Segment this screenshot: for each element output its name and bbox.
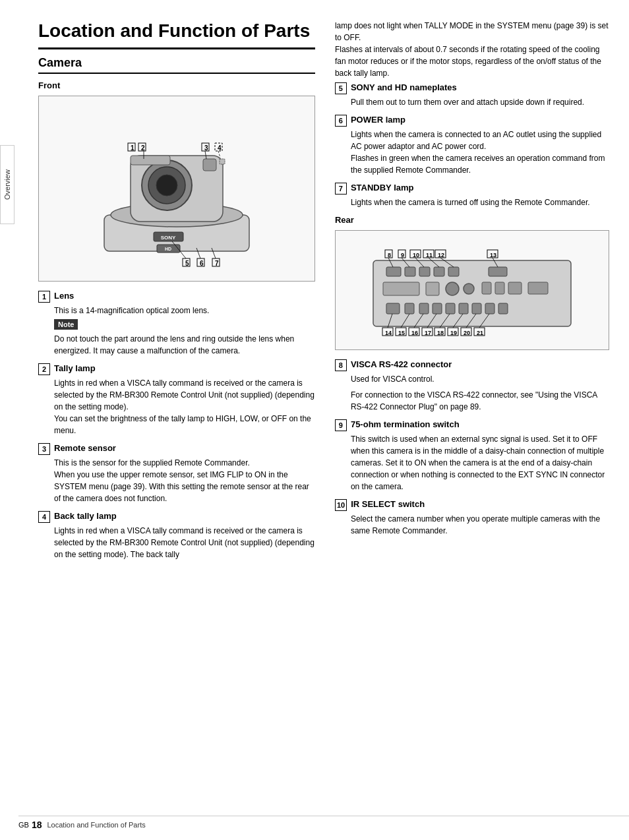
part-8-number: 8	[335, 359, 347, 371]
sidebar-label: Overview	[3, 169, 11, 200]
part-6-entry: 6 POWER lamp Lights when the camera is c…	[335, 115, 609, 176]
svg-rect-36	[419, 267, 430, 276]
camera-section: Camera Front	[38, 56, 315, 560]
part-2-number: 2	[38, 363, 50, 375]
svg-rect-6	[131, 156, 170, 165]
part-3-header: 3 Remote sensor	[38, 443, 315, 455]
part-4-continued: lamp does not light when TALLY MODE in t…	[335, 20, 609, 79]
part-9-name: 75-ohm termination switch	[351, 419, 460, 429]
part-8-desc2: For connection to the VISCA RS-422 conne…	[351, 389, 609, 413]
svg-rect-44	[482, 282, 491, 294]
svg-rect-50	[419, 303, 429, 314]
part-5-number: 5	[335, 82, 347, 94]
svg-point-43	[464, 284, 474, 294]
part-4-name: Back tally lamp	[54, 511, 117, 521]
footer: GB 18 Location and Function of Parts	[18, 816, 629, 830]
rear-section: Rear	[335, 215, 609, 537]
svg-rect-34	[386, 267, 401, 276]
part-1-number: 1	[38, 291, 50, 303]
part-5-entry: 5 SONY and HD nameplates Pull them out t…	[335, 82, 609, 108]
svg-text:5: 5	[185, 260, 189, 267]
part-7-name: STANDBY lamp	[351, 183, 414, 193]
svg-line-23	[218, 151, 220, 158]
footer-page-number: 18	[32, 820, 42, 830]
svg-text:SONY: SONY	[161, 235, 176, 241]
part-1-name: Lens	[54, 291, 74, 301]
svg-rect-45	[495, 282, 504, 294]
svg-rect-41	[426, 282, 439, 295]
svg-point-42	[446, 282, 459, 295]
camera-front-svg: SONY HD 1 2 3 4	[65, 103, 289, 274]
part-2-entry: 2 Tally lamp Lights in red when a VISCA …	[38, 363, 315, 436]
rear-label: Rear	[335, 215, 609, 225]
part-8-desc: Used for VISCA control.	[351, 373, 609, 385]
part-7-header: 7 STANDBY lamp	[335, 183, 609, 195]
note-text: Do not touch the part around the lens an…	[54, 333, 315, 357]
footer-title: Location and Function of Parts	[47, 821, 145, 829]
svg-rect-38	[448, 267, 459, 276]
front-label: Front	[38, 80, 315, 90]
svg-rect-51	[433, 303, 442, 314]
part-5-name: SONY and HD nameplates	[351, 82, 457, 92]
part-4-entry: 4 Back tally lamp Lights in red when a V…	[38, 511, 315, 560]
svg-rect-49	[405, 303, 414, 314]
part-9-number: 9	[335, 419, 347, 431]
part-6-number: 6	[335, 115, 347, 127]
part-6-name: POWER lamp	[351, 115, 405, 125]
svg-rect-35	[405, 267, 415, 276]
svg-text:3: 3	[204, 144, 208, 152]
part-8-entry: 8 VISCA RS-422 connector Used for VISCA …	[335, 359, 609, 413]
svg-rect-56	[498, 303, 508, 314]
part-4-header: 4 Back tally lamp	[38, 511, 315, 523]
sidebar-overview-tab: Overview	[0, 145, 15, 224]
svg-text:6: 6	[200, 260, 204, 267]
part-7-number: 7	[335, 183, 347, 195]
part-3-name: Remote sensor	[54, 443, 116, 453]
part-1-entry: 1 Lens This is a 14-magnification optica…	[38, 291, 315, 357]
part-6-header: 6 POWER lamp	[335, 115, 609, 127]
part-2-desc: Lights in red when a VISCA tally command…	[54, 377, 315, 436]
note-label: Note	[54, 319, 78, 330]
svg-text:HD: HD	[165, 247, 171, 251]
part-10-number: 10	[335, 499, 347, 511]
part-2-header: 2 Tally lamp	[38, 363, 315, 375]
part-7-desc: Lights when the camera is turned off usi…	[351, 196, 609, 208]
part-10-entry: 10 IR SELECT switch Select the camera nu…	[335, 499, 609, 537]
camera-rear-diagram: 8 9 10 11 12 13	[335, 230, 609, 350]
part-8-name: VISCA RS-422 connector	[351, 359, 452, 369]
part-10-header: 10 IR SELECT switch	[335, 499, 609, 511]
part-9-header: 9 75-ohm termination switch	[335, 419, 609, 431]
svg-rect-46	[508, 282, 522, 294]
svg-point-5	[156, 175, 177, 196]
camera-front-diagram: SONY HD 1 2 3 4	[38, 96, 315, 282]
svg-rect-47	[528, 282, 548, 294]
svg-rect-7	[203, 159, 216, 171]
part-8-header: 8 VISCA RS-422 connector	[335, 359, 609, 371]
part-5-header: 5 SONY and HD nameplates	[335, 82, 609, 94]
svg-rect-48	[386, 303, 400, 314]
svg-rect-55	[485, 303, 494, 314]
svg-text:7: 7	[215, 260, 219, 267]
footer-gb: GB	[18, 821, 29, 829]
part-4-desc: Lights in red when a VISCA tally command…	[54, 525, 315, 560]
svg-text:4: 4	[218, 144, 222, 152]
part-1-desc: This is a 14-magnification optical zoom …	[54, 305, 315, 316]
camera-rear-svg: 8 9 10 11 12 13	[360, 237, 584, 343]
part-4-number: 4	[38, 511, 50, 523]
part-1-header: 1 Lens	[38, 291, 315, 303]
svg-rect-54	[472, 303, 481, 314]
camera-section-title: Camera	[38, 56, 315, 74]
svg-rect-40	[383, 282, 419, 295]
part-7-entry: 7 STANDBY lamp Lights when the camera is…	[335, 183, 609, 208]
part-6-desc: Lights when the camera is connected to a…	[351, 129, 609, 176]
svg-rect-52	[446, 303, 455, 314]
part-3-entry: 3 Remote sensor This is the sensor for t…	[38, 443, 315, 504]
part-5-desc: Pull them out to turn them over and atta…	[351, 96, 609, 108]
svg-rect-37	[434, 267, 444, 276]
svg-rect-39	[489, 267, 507, 276]
part-2-name: Tally lamp	[54, 363, 96, 373]
part-10-desc: Select the camera number when you operat…	[351, 513, 609, 537]
svg-text:1: 1	[131, 144, 135, 152]
part-3-number: 3	[38, 443, 50, 455]
part-3-desc: This is the sensor for the supplied Remo…	[54, 457, 315, 504]
